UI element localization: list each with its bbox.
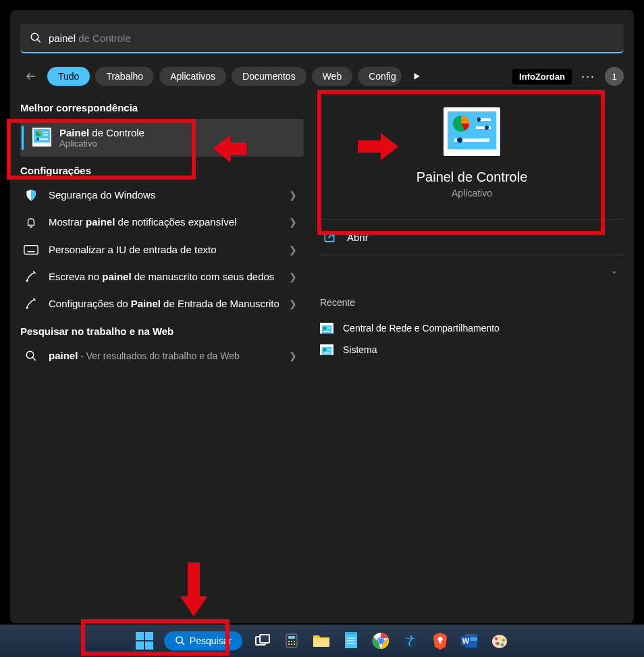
settings-result[interactable]: Mostrar painel de notificações expansíve… bbox=[20, 209, 304, 236]
filter-work[interactable]: Trabalho bbox=[95, 67, 154, 86]
best-match-header: Melhor correspondência bbox=[20, 102, 304, 113]
svg-point-10 bbox=[36, 138, 39, 140]
app-icon[interactable] bbox=[400, 631, 421, 651]
filter-all[interactable]: Tudo bbox=[47, 67, 90, 86]
svg-point-33 bbox=[323, 327, 327, 330]
best-match-result[interactable]: Painel de Controle Aplicativo bbox=[20, 119, 304, 157]
taskbar-search-button[interactable]: Pesquisar bbox=[164, 631, 242, 650]
chevron-right-icon: ❯ bbox=[285, 350, 301, 361]
settings-result[interactable]: Segurança do Windows❯ bbox=[20, 182, 304, 209]
svg-point-45 bbox=[176, 637, 182, 643]
svg-line-20 bbox=[32, 358, 36, 361]
pen-icon bbox=[23, 297, 39, 311]
web-search-text: painel - Ver resultados do trabalho e da… bbox=[49, 349, 285, 363]
filter-settings[interactable]: Config bbox=[358, 67, 401, 86]
detail-panel: Painel de Controle Aplicativo Abrir ⌄ Re… bbox=[304, 94, 624, 370]
svg-point-79 bbox=[501, 643, 504, 646]
control-panel-icon bbox=[444, 107, 500, 156]
settings-result[interactable]: Personalizar a IU de entrada de texto❯ bbox=[20, 236, 304, 263]
recent-list: Central de Rede e CompartilhamentoSistem… bbox=[320, 317, 624, 361]
svg-point-55 bbox=[291, 643, 292, 645]
svg-rect-5 bbox=[34, 129, 50, 142]
svg-point-17 bbox=[26, 280, 28, 282]
svg-rect-35 bbox=[323, 331, 331, 332]
best-match-title: Painel de Controle bbox=[59, 127, 144, 138]
svg-point-27 bbox=[485, 126, 489, 130]
svg-point-76 bbox=[495, 637, 498, 640]
recent-item-label: Sistema bbox=[343, 344, 377, 355]
svg-marker-3 bbox=[414, 73, 419, 79]
svg-rect-7 bbox=[43, 132, 48, 133]
avatar[interactable]: 1 bbox=[605, 67, 624, 86]
open-action[interactable]: Abrir bbox=[320, 219, 624, 255]
svg-text:W: W bbox=[462, 637, 470, 645]
calculator-icon[interactable] bbox=[281, 631, 302, 651]
recent-item[interactable]: Sistema bbox=[320, 339, 624, 361]
svg-rect-57 bbox=[313, 638, 329, 647]
svg-point-53 bbox=[294, 641, 295, 642]
settings-result-text: Configurações do Painel de Entrada de Ma… bbox=[49, 297, 285, 311]
filter-web[interactable]: Web bbox=[312, 67, 353, 86]
search-input[interactable]: painel de Controle bbox=[49, 32, 614, 44]
svg-point-18 bbox=[26, 307, 28, 309]
notepad-icon[interactable] bbox=[341, 631, 361, 651]
svg-rect-34 bbox=[327, 327, 330, 328]
filter-apps[interactable]: Aplicativos bbox=[159, 67, 226, 86]
open-label: Abrir bbox=[347, 232, 621, 243]
svg-line-1 bbox=[37, 39, 41, 43]
svg-point-54 bbox=[288, 643, 290, 645]
svg-point-0 bbox=[31, 33, 38, 41]
profile-badge[interactable]: InfoZordan bbox=[512, 69, 572, 84]
detail-subtitle: Aplicativo bbox=[320, 188, 624, 199]
results-column: Melhor correspondência Painel de Control… bbox=[20, 94, 304, 370]
svg-point-51 bbox=[288, 641, 290, 642]
settings-result[interactable]: Configurações do Painel de Entrada de Ma… bbox=[20, 290, 304, 317]
svg-rect-48 bbox=[260, 635, 269, 643]
recent-item[interactable]: Central de Rede e Compartilhamento bbox=[320, 317, 624, 339]
svg-rect-43 bbox=[136, 641, 144, 650]
control-panel-icon bbox=[320, 344, 333, 355]
settings-result-text: Escreva no painel de manuscrito com seus… bbox=[49, 270, 285, 284]
chevron-right-icon: ❯ bbox=[285, 271, 301, 282]
chrome-icon[interactable] bbox=[371, 631, 391, 651]
svg-line-46 bbox=[182, 642, 184, 645]
recent-header: Recente bbox=[320, 297, 624, 308]
settings-result[interactable]: Escreva no painel de manuscrito com seus… bbox=[20, 263, 304, 290]
chevron-right-icon: ❯ bbox=[285, 190, 301, 201]
filter-docs[interactable]: Documentos bbox=[232, 67, 306, 86]
svg-rect-44 bbox=[145, 641, 153, 650]
web-search-result[interactable]: painel - Ver resultados do trabalho e da… bbox=[20, 342, 304, 369]
search-window: painel de Controle Tudo Trabalho Aplicat… bbox=[10, 10, 634, 623]
taskbar: Pesquisar W bbox=[0, 625, 644, 657]
search-typed-text: painel bbox=[49, 32, 76, 44]
svg-point-78 bbox=[502, 639, 505, 641]
back-button[interactable] bbox=[20, 65, 42, 87]
more-options-icon[interactable]: ··· bbox=[577, 70, 599, 84]
web-search-header: Pesquisar no trabalho e na Web bbox=[20, 325, 304, 337]
more-filters-icon[interactable] bbox=[407, 67, 426, 86]
settings-result-text: Personalizar a IU de entrada de texto bbox=[49, 243, 285, 257]
word-icon[interactable]: W bbox=[460, 631, 480, 651]
svg-rect-36 bbox=[322, 347, 331, 355]
svg-rect-50 bbox=[288, 636, 295, 639]
svg-rect-41 bbox=[136, 632, 144, 640]
settings-list: Segurança do Windows❯Mostrar painel de n… bbox=[20, 182, 304, 317]
svg-point-80 bbox=[495, 642, 500, 645]
paint-icon[interactable] bbox=[489, 631, 510, 651]
search-icon bbox=[30, 32, 42, 44]
bell-icon bbox=[23, 215, 39, 229]
search-bar[interactable]: painel de Controle bbox=[20, 24, 624, 53]
svg-rect-38 bbox=[327, 349, 330, 350]
chevron-down-icon[interactable]: ⌄ bbox=[320, 255, 618, 285]
svg-rect-42 bbox=[145, 632, 153, 640]
task-view-icon[interactable] bbox=[252, 631, 272, 651]
brave-icon[interactable] bbox=[430, 631, 450, 651]
svg-point-25 bbox=[477, 117, 481, 122]
start-button[interactable] bbox=[134, 631, 155, 651]
open-icon bbox=[323, 230, 336, 244]
file-explorer-icon[interactable] bbox=[311, 631, 331, 651]
svg-point-66 bbox=[379, 639, 383, 643]
svg-point-29 bbox=[457, 138, 462, 143]
taskbar-search-label: Pesquisar bbox=[190, 635, 232, 646]
control-panel-icon bbox=[320, 323, 333, 334]
